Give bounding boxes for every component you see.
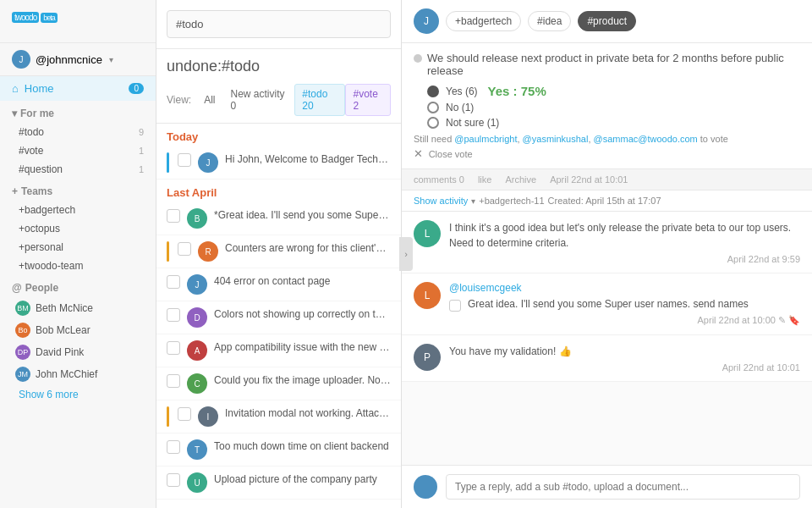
comment-body: You have my validation! 👍 April 22nd at … — [449, 344, 800, 373]
person-john-name: John McChief — [36, 368, 97, 380]
expand-button[interactable]: › — [399, 237, 413, 271]
user-area[interactable]: J @johnmcnice ▾ — [0, 43, 156, 76]
still-need-link3[interactable]: @sammac@twoodo.com — [594, 134, 698, 144]
todo-checkbox[interactable] — [167, 374, 180, 388]
team-badgertech[interactable]: +badgertech — [0, 201, 156, 219]
vote-notsure-label: Not sure (1) — [446, 117, 499, 129]
team-twoodo[interactable]: +twoodo-team — [0, 257, 156, 275]
reply-avatar — [414, 475, 437, 499]
todo-avatar: R — [198, 241, 218, 262]
todo-item[interactable]: R Counters are wrong for this client's i… — [156, 235, 401, 268]
person-john[interactable]: JM John McChief — [0, 363, 156, 385]
tag-product-pill[interactable]: #product — [578, 11, 636, 31]
activity-created: Created: April 15th at 17:07 — [548, 196, 661, 206]
tag-todo[interactable]: #todo 9 — [0, 123, 156, 141]
vote-option-notsure[interactable]: Not sure (1) — [427, 117, 800, 129]
comment-item: P You have my validation! 👍 April 22nd a… — [402, 335, 812, 382]
show-activity-link[interactable]: Show activity — [414, 196, 468, 206]
archive-btn[interactable]: Archive — [505, 174, 536, 185]
view-tab-newactivity[interactable]: New activity 0 — [222, 84, 294, 116]
todo-text: Hi John, Welcome to Badger Tech. When yo — [225, 152, 391, 167]
vote-question: We should release next product in privat… — [414, 52, 800, 77]
todo-checkbox[interactable] — [178, 242, 191, 256]
reply-input[interactable] — [446, 474, 800, 500]
comment-time: April 22nd at 9:59 — [449, 254, 800, 264]
todo-avatar: I — [198, 406, 218, 427]
todo-item[interactable]: J Hi John, Welcome to Badger Tech. When … — [156, 146, 401, 179]
tag-idea-pill[interactable]: #idea — [528, 11, 571, 31]
view-tab-vote[interactable]: #vote 2 — [345, 84, 391, 116]
activity-caret: ▾ — [471, 196, 475, 206]
search-input[interactable] — [167, 10, 391, 38]
person-david[interactable]: DP David Pink — [0, 341, 156, 363]
for-me-section[interactable]: ▾ For me — [0, 101, 156, 123]
todo-checkbox[interactable] — [178, 153, 191, 167]
logo-text: twoodo — [12, 12, 39, 23]
todo-item[interactable]: C Could you fix the image uploader. Not … — [156, 367, 401, 400]
activity-bar: Show activity ▾ +badgertech-11 Created: … — [402, 190, 812, 212]
todo-item[interactable]: D Colors not showing up correctly on thi… — [156, 301, 401, 334]
tag-todo-name: #todo — [19, 126, 44, 138]
comments-list: L I think it's a good idea but let's onl… — [402, 212, 812, 465]
person-bob-avatar: Bo — [15, 323, 30, 338]
comment-item: L @louisemcgeek Great idea. I'll send yo… — [402, 273, 812, 335]
todo-item[interactable]: T Too much down time on client backend — [156, 433, 401, 467]
home-icon: ⌂ — [12, 82, 19, 95]
tag-question[interactable]: #question 1 — [0, 160, 156, 179]
activity-tag: +badgertech-11 — [479, 196, 544, 206]
comment-checkbox[interactable] — [449, 300, 461, 312]
logo: twoodobeta — [12, 10, 58, 31]
undone-title: undone:#todo — [167, 58, 391, 75]
view-tab-todo[interactable]: #todo 20 — [294, 84, 345, 116]
person-david-avatar: DP — [15, 345, 30, 360]
vote-section: We should release next product in privat… — [402, 43, 812, 169]
team-octopus[interactable]: +octopus — [0, 219, 156, 238]
todo-avatar: U — [187, 472, 207, 493]
todo-item[interactable]: U Upload picture of the company party — [156, 467, 401, 500]
like-btn[interactable]: like — [478, 174, 492, 185]
person-bob-name: Bob McLear — [36, 324, 91, 336]
todo-checkbox[interactable] — [167, 341, 180, 355]
tag-vote-count: 1 — [139, 146, 144, 156]
person-beth[interactable]: BM Beth McNice — [0, 297, 156, 319]
person-bob[interactable]: Bo Bob McLear — [0, 319, 156, 341]
todo-item[interactable]: A App compatibility issue with the new i… — [156, 334, 401, 367]
todo-item[interactable]: J 404 error on contact page — [156, 268, 401, 301]
close-vote-btn[interactable]: Close vote — [429, 149, 473, 159]
todo-checkbox[interactable] — [167, 473, 180, 487]
view-tab-all[interactable]: All — [196, 90, 222, 110]
todo-checkbox[interactable] — [167, 440, 180, 454]
undone-header: undone:#todo — [156, 49, 401, 84]
todo-item[interactable]: I Invitation modal not working. Attached… — [156, 400, 401, 433]
vote-option-yes[interactable]: Yes (6) Yes : 75% — [427, 84, 800, 98]
vote-options: Yes (6) Yes : 75% No (1) Not sure (1) — [427, 84, 800, 129]
todo-checkbox[interactable] — [167, 275, 180, 289]
comments-count[interactable]: comments 0 — [414, 174, 464, 185]
tag-vote[interactable]: #vote 1 — [0, 141, 156, 160]
username: @johnmcnice — [36, 53, 102, 66]
still-need-link2[interactable]: @yasminkushal — [523, 134, 589, 144]
vote-option-no[interactable]: No (1) — [427, 102, 800, 113]
person-beth-name: Beth McNice — [36, 302, 93, 314]
todo-item[interactable]: B *Great idea. I'll send you some Super … — [156, 202, 401, 235]
people-section[interactable]: @ People — [0, 275, 156, 297]
right-header: J +badgertech #idea #product — [402, 0, 812, 43]
todo-checkbox[interactable] — [167, 209, 180, 223]
todo-text: 404 error on contact page — [214, 274, 391, 289]
todo-checkbox[interactable] — [167, 308, 180, 322]
nav-home[interactable]: ⌂ Home 0 — [0, 76, 156, 101]
undone-tag: #todo — [222, 58, 260, 75]
teams-section[interactable]: + Teams — [0, 179, 156, 201]
team-personal[interactable]: +personal — [0, 238, 156, 257]
tag-badgertech-pill[interactable]: +badgertech — [446, 11, 521, 31]
todo-avatar: D — [187, 307, 207, 328]
still-need-link1[interactable]: @paulmcbright — [454, 134, 517, 144]
show-more[interactable]: Show 6 more — [0, 385, 156, 404]
user-avatar: J — [12, 50, 30, 69]
arrow-icon: ▾ — [12, 108, 17, 119]
person-david-name: David Pink — [36, 346, 84, 358]
todo-text: Invitation modal not working. Attached i… — [225, 406, 391, 421]
todo-checkbox[interactable] — [178, 407, 191, 421]
todo-text: Upload picture of the company party — [214, 472, 391, 487]
tag-question-name: #question — [19, 163, 63, 175]
